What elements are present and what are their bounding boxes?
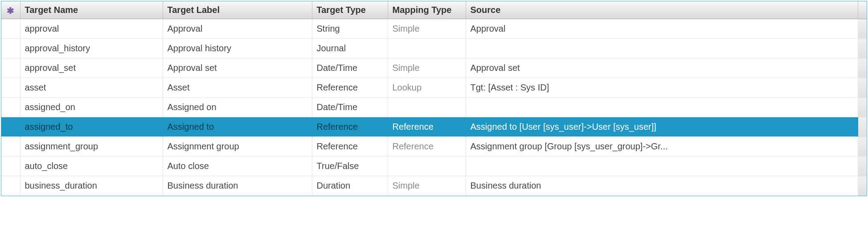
- table-row[interactable]: approvalApprovalStringSimpleApproval: [1, 19, 867, 39]
- cell-target-label: Approval history: [163, 39, 312, 58]
- cell-source: Assignment group [Group [sys_user_group]…: [466, 137, 858, 157]
- mapping-table: ✱ Target Name Target Label Target Type M…: [1, 1, 867, 196]
- cell-target-label: Business duration: [163, 176, 312, 196]
- scroll-gutter-cell: [858, 137, 867, 157]
- header-target-type[interactable]: Target Type: [312, 1, 388, 19]
- table-row[interactable]: business_durationBusiness durationDurati…: [1, 176, 867, 196]
- header-target-name[interactable]: Target Name: [20, 1, 163, 19]
- cell-mapping-type: Simple: [388, 176, 466, 196]
- cell-target-type: Reference: [312, 137, 388, 157]
- scroll-gutter-cell: [858, 157, 867, 176]
- table-row[interactable]: assignment_groupAssignment groupReferenc…: [1, 137, 867, 157]
- table-row[interactable]: assigned_toAssigned toReferenceReference…: [1, 117, 867, 137]
- scroll-gutter-cell: [858, 58, 867, 78]
- cell-source: Business duration: [466, 176, 858, 196]
- scroll-gutter-cell: [858, 19, 867, 39]
- cell-mapping-type: Reference: [388, 137, 466, 157]
- cell-target-name: business_duration: [20, 176, 163, 196]
- row-icon-cell: [1, 117, 20, 137]
- row-icon-cell: [1, 78, 20, 98]
- cell-target-type: Duration: [312, 176, 388, 196]
- cell-source: Tgt: [Asset : Sys ID]: [466, 78, 858, 98]
- table-row[interactable]: auto_closeAuto closeTrue/False: [1, 157, 867, 176]
- cell-target-label: Auto close: [163, 157, 312, 176]
- cell-source: [466, 157, 858, 176]
- cell-target-name: asset: [20, 78, 163, 98]
- cell-source: Approval set: [466, 58, 858, 78]
- cell-target-type: Date/Time: [312, 58, 388, 78]
- cell-target-label: Assigned on: [163, 98, 312, 117]
- cell-target-type: Journal: [312, 39, 388, 58]
- scroll-gutter-cell: [858, 117, 867, 137]
- row-icon-cell: [1, 19, 20, 39]
- row-icon-cell: [1, 176, 20, 196]
- cell-source: [466, 98, 858, 117]
- cell-target-type: String: [312, 19, 388, 39]
- cell-target-label: Assignment group: [163, 137, 312, 157]
- mapping-table-container: ✱ Target Name Target Label Target Type M…: [1, 1, 867, 196]
- cell-target-label: Approval set: [163, 58, 312, 78]
- cell-mapping-type: [388, 98, 466, 117]
- header-target-label[interactable]: Target Label: [163, 1, 312, 19]
- cell-target-name: assigned_on: [20, 98, 163, 117]
- cell-target-type: Reference: [312, 78, 388, 98]
- cell-mapping-type: Simple: [388, 19, 466, 39]
- table-row[interactable]: assigned_onAssigned onDate/Time: [1, 98, 867, 117]
- header-mapping-type[interactable]: Mapping Type: [388, 1, 466, 19]
- row-icon-cell: [1, 39, 20, 58]
- table-row[interactable]: approval_historyApproval historyJournal: [1, 39, 867, 58]
- row-icon-cell: [1, 58, 20, 78]
- row-icon-cell: [1, 98, 20, 117]
- cell-target-name: approval_set: [20, 58, 163, 78]
- cell-target-name: approval_history: [20, 39, 163, 58]
- cell-mapping-type: [388, 39, 466, 58]
- cell-target-name: approval: [20, 19, 163, 39]
- row-icon-cell: [1, 137, 20, 157]
- cell-target-name: assignment_group: [20, 137, 163, 157]
- cell-source: [466, 39, 858, 58]
- cell-target-type: True/False: [312, 157, 388, 176]
- asterisk-icon: ✱: [7, 7, 15, 15]
- row-icon-cell: [1, 157, 20, 176]
- header-icon-cell[interactable]: ✱: [1, 1, 20, 19]
- scroll-gutter-cell: [858, 39, 867, 58]
- cell-target-name: auto_close: [20, 157, 163, 176]
- cell-mapping-type: [388, 157, 466, 176]
- header-source[interactable]: Source: [466, 1, 858, 19]
- table-body: approvalApprovalStringSimpleApprovalappr…: [1, 19, 867, 196]
- cell-source: Approval: [466, 19, 858, 39]
- cell-source: Assigned to [User [sys_user]->User [sys_…: [466, 117, 858, 137]
- cell-mapping-type: Simple: [388, 58, 466, 78]
- cell-target-label: Assigned to: [163, 117, 312, 137]
- cell-target-label: Approval: [163, 19, 312, 39]
- scroll-gutter-cell: [858, 78, 867, 98]
- scroll-gutter-cell: [858, 98, 867, 117]
- table-row[interactable]: approval_setApproval setDate/TimeSimpleA…: [1, 58, 867, 78]
- table-header-row: ✱ Target Name Target Label Target Type M…: [1, 1, 867, 19]
- cell-target-name: assigned_to: [20, 117, 163, 137]
- cell-mapping-type: Lookup: [388, 78, 466, 98]
- table-row[interactable]: assetAssetReferenceLookupTgt: [Asset : S…: [1, 78, 867, 98]
- scroll-gutter-cell: [858, 176, 867, 196]
- cell-target-type: Date/Time: [312, 98, 388, 117]
- cell-mapping-type: Reference: [388, 117, 466, 137]
- cell-target-type: Reference: [312, 117, 388, 137]
- header-scroll-gutter: [858, 1, 867, 19]
- cell-target-label: Asset: [163, 78, 312, 98]
